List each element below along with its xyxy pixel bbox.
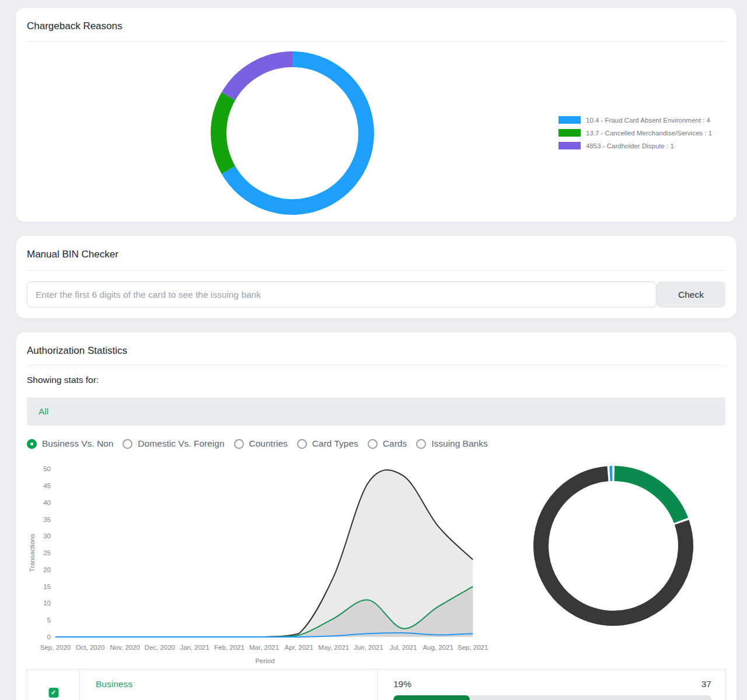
table-cell-stats: 19% 37 [378, 670, 725, 700]
radio-unselected-icon [234, 439, 244, 449]
radio-unselected-icon [368, 439, 378, 449]
transactions-area-chart: 05101520253035404550TransactionsSep, 202… [26, 464, 502, 668]
radio-label: Business Vs. Non [42, 438, 113, 449]
y-tick-label: 15 [43, 583, 51, 590]
table-cell-label: Business [80, 670, 378, 700]
legend-label: 10.4 - Fraud Card Absent Environment : 4 [586, 117, 710, 124]
radio-issuing-banks[interactable]: Issuing Banks [416, 438, 488, 449]
x-tick-label: Mar, 2021 [249, 644, 279, 651]
y-tick-label: 30 [43, 532, 51, 539]
x-axis-label: Period [255, 657, 274, 664]
legend-item: 13.7 - Cancelled Merchandise/Services : … [558, 129, 712, 137]
x-tick-label: Dec, 2020 [145, 644, 175, 651]
x-tick-label: May, 2021 [318, 644, 349, 651]
x-tick-label: Jun, 2021 [354, 644, 383, 651]
stats-table: ✓ Business 19% 37 [27, 669, 726, 700]
radio-unselected-icon [297, 439, 307, 449]
x-tick-label: Feb, 2021 [214, 644, 245, 651]
chargeback-donut-chart [211, 51, 374, 215]
manual-bin-checker-title: Manual BIN Checker [27, 249, 118, 260]
radio-label: Card Types [312, 438, 358, 449]
divider [27, 365, 726, 365]
radio-countries[interactable]: Countries [234, 438, 288, 449]
check-icon: ✓ [51, 689, 56, 696]
y-tick-label: 5 [47, 617, 51, 624]
legend-swatch [558, 142, 581, 149]
stats-filter-select[interactable]: All [27, 398, 725, 426]
y-axis-label: Transactions [29, 534, 36, 572]
legend-swatch [558, 129, 581, 137]
bin-input[interactable] [27, 281, 657, 308]
legend-item: 4853 - Cardholder Dispute : 1 [558, 142, 712, 149]
y-tick-label: 35 [43, 516, 51, 523]
radio-card-types[interactable]: Card Types [297, 438, 358, 449]
progress-bar [393, 695, 711, 700]
stats-filter-value: All [39, 406, 48, 417]
authorization-statistics-title: Authorization Statistics [27, 345, 127, 357]
y-tick-label: 20 [43, 566, 51, 573]
row-count: 37 [701, 679, 711, 689]
x-tick-label: Sep, 2020 [40, 644, 71, 651]
manual-bin-checker-card: Manual BIN Checker Check [16, 236, 736, 318]
legend-label: 4853 - Cardholder Dispute : 1 [586, 142, 674, 149]
x-tick-label: Nov, 2020 [110, 644, 140, 651]
chargeback-reasons-title: Chargeback Reasons [27, 20, 122, 32]
x-tick-label: Aug, 2021 [423, 644, 453, 651]
y-tick-label: 45 [43, 482, 51, 489]
radio-label: Countries [249, 438, 288, 449]
y-tick-label: 50 [43, 465, 51, 472]
radio-cards[interactable]: Cards [368, 438, 407, 449]
x-tick-label: Jan, 2021 [180, 644, 210, 651]
bin-input-row: Check [27, 281, 725, 308]
y-tick-label: 25 [43, 549, 51, 556]
y-tick-label: 0 [47, 633, 51, 640]
donut-slice-green-slice [615, 473, 681, 520]
authorization-statistics-card: Authorization Statistics Showing stats f… [16, 332, 736, 700]
row-percent: 19% [393, 679, 411, 689]
stats-radio-group: Business Vs. NonDomestic Vs. ForeignCoun… [27, 438, 488, 449]
radio-label: Cards [383, 438, 407, 449]
divider [27, 41, 726, 42]
progress-fill [393, 695, 470, 700]
radio-unselected-icon [123, 439, 132, 449]
radio-unselected-icon [416, 439, 426, 449]
donut-slice-4853-cardholder-dispute [228, 60, 292, 96]
legend-item: 10.4 - Fraud Card Absent Environment : 4 [558, 116, 712, 124]
y-tick-label: 10 [43, 600, 51, 607]
radio-label: Issuing Banks [431, 438, 488, 449]
row-label: Business [96, 679, 132, 689]
check-button[interactable]: Check [657, 281, 725, 308]
business-share-donut-chart [529, 461, 698, 631]
radio-domestic-vs-foreign[interactable]: Domestic Vs. Foreign [123, 438, 224, 449]
area-fill-black-series [55, 470, 473, 637]
legend-label: 13.7 - Cancelled Merchandise/Services : … [586, 130, 712, 137]
radio-selected-icon [27, 439, 37, 449]
x-tick-label: Sep, 2021 [458, 644, 488, 651]
x-tick-label: Oct, 2020 [76, 644, 105, 651]
business-row-checkbox[interactable]: ✓ [48, 688, 58, 698]
x-tick-label: Apr, 2021 [285, 644, 313, 651]
radio-business-vs-non[interactable]: Business Vs. Non [27, 438, 113, 449]
chargeback-legend: 10.4 - Fraud Card Absent Environment : 4… [558, 116, 712, 149]
radio-label: Domestic Vs. Foreign [138, 438, 224, 449]
table-cell-checkbox: ✓ [27, 670, 80, 700]
donut-slice-13-7-cancelled-merchandise-services [219, 96, 229, 170]
chargeback-reasons-card: Chargeback Reasons 10.4 - Fraud Card Abs… [16, 8, 736, 222]
y-tick-label: 40 [43, 499, 51, 506]
showing-stats-label: Showing stats for: [27, 375, 99, 385]
legend-swatch [558, 116, 581, 124]
x-tick-label: Jul, 2021 [390, 644, 417, 651]
divider [27, 270, 726, 271]
